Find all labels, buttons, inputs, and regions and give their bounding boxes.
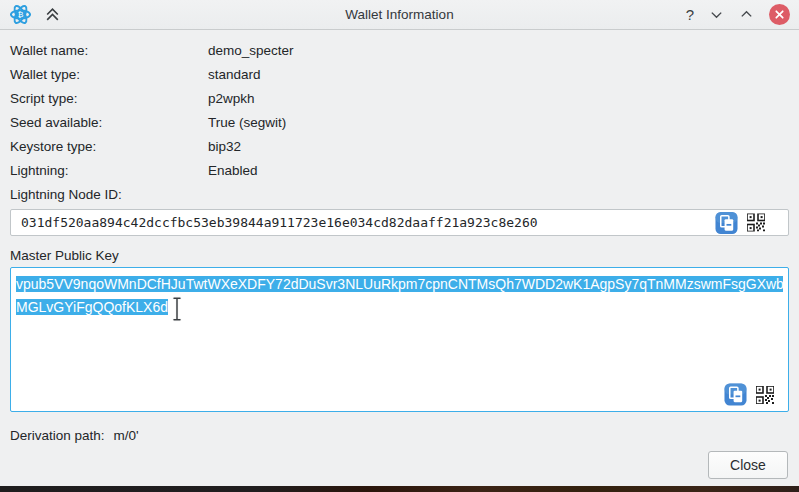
qr-code-icon[interactable] xyxy=(756,386,774,404)
table-row: Seed available: True (segwit) xyxy=(10,110,789,134)
master-public-key-textarea[interactable]: vpub5VV9nqoWMnDCfHJuTwtWXeXDFY72dDuSvr3N… xyxy=(10,267,789,412)
table-row: Keystore type: bip32 xyxy=(10,134,789,158)
seed-available-value: True (segwit) xyxy=(208,115,286,130)
lightning-node-id-field-wrap xyxy=(10,209,789,236)
seed-available-label: Seed available: xyxy=(10,115,208,130)
table-row: Lightning: Enabled xyxy=(10,158,789,182)
table-row: Script type: p2wpkh xyxy=(10,86,789,110)
titlebar[interactable]: Wallet Information ₿ xyxy=(0,0,799,30)
help-button[interactable]: ? xyxy=(686,6,694,23)
script-type-value: p2wpkh xyxy=(208,91,255,106)
background-window-strip xyxy=(0,486,799,492)
lightning-node-id-input[interactable] xyxy=(10,209,789,236)
mpk-text-line2: MGLvGYiFgQQofKLX6d xyxy=(16,299,168,315)
copy-icon[interactable] xyxy=(715,211,738,234)
maximize-chevron-up-icon[interactable] xyxy=(739,7,754,22)
minimize-chevron-down-icon[interactable] xyxy=(709,7,724,22)
derivation-path-label: Derivation path: xyxy=(10,428,105,443)
derivation-path-row: Derivation path: m/0' xyxy=(10,428,789,443)
wallet-name-label: Wallet name: xyxy=(10,43,208,58)
copy-icon[interactable] xyxy=(724,383,747,406)
electrum-logo-icon[interactable]: ₿ xyxy=(9,3,32,26)
wallet-name-value: demo_specter xyxy=(208,43,294,58)
keystore-type-label: Keystore type: xyxy=(10,139,208,154)
qr-code-icon[interactable] xyxy=(747,214,765,232)
close-button[interactable]: Close xyxy=(708,451,788,479)
script-type-label: Script type: xyxy=(10,91,208,106)
master-public-key-label: Master Public Key xyxy=(10,248,789,263)
mpk-text-line1: vpub5VV9nqoWMnDCfHJuTwtWXeXDFY72dDuSvr3N… xyxy=(16,276,783,292)
wallet-info-table: Wallet name: demo_specter Wallet type: s… xyxy=(10,38,789,182)
keep-above-shade-icon[interactable] xyxy=(44,6,61,23)
wallet-type-label: Wallet type: xyxy=(10,67,208,82)
keystore-type-value: bip32 xyxy=(208,139,241,154)
table-row: Wallet name: demo_specter xyxy=(10,38,789,62)
lightning-label: Lightning: xyxy=(10,163,208,178)
lightning-node-id-label: Lightning Node ID: xyxy=(10,182,789,206)
wallet-type-value: standard xyxy=(208,67,261,82)
lightning-value: Enabled xyxy=(208,163,258,178)
window-title: Wallet Information xyxy=(0,7,799,22)
close-window-button[interactable] xyxy=(769,4,790,25)
table-row: Wallet type: standard xyxy=(10,62,789,86)
wallet-information-dialog: Wallet Information ₿ xyxy=(0,0,799,492)
svg-text:₿: ₿ xyxy=(18,10,24,19)
derivation-path-value: m/0' xyxy=(114,428,139,443)
